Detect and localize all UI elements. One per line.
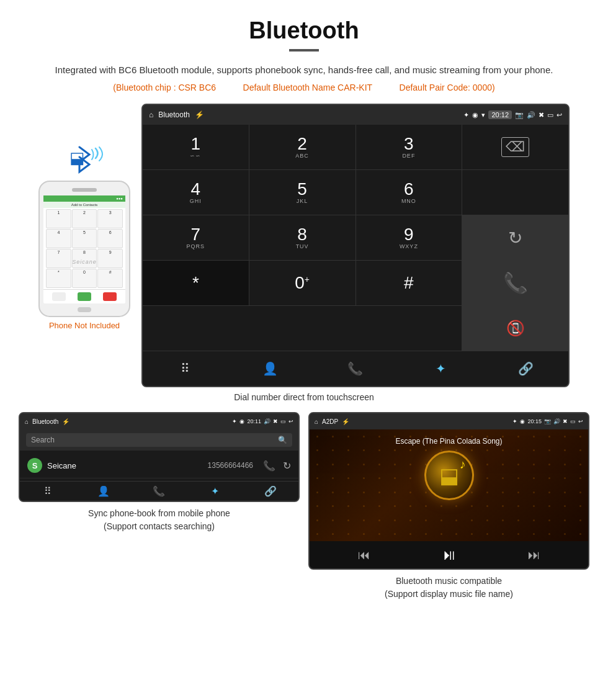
dial-key-5[interactable]: 5JKL <box>249 170 355 215</box>
pb-usb-icon: ⚡ <box>62 418 69 425</box>
mus-close-icon[interactable]: ✖ <box>563 418 568 424</box>
phone-screen: ●●● Add to Contacts 1 2 3 4 5 6 7 8 9 * … <box>43 195 125 303</box>
phone-not-included-label: Phone Not Included <box>49 321 120 330</box>
pb-back-icon[interactable]: ↩ <box>288 418 293 424</box>
statusbar-left: ⌂ Bluetooth ⚡ <box>149 110 204 119</box>
nav-phone-icon[interactable]: 📞 <box>340 356 371 381</box>
dial-call-button[interactable]: 📞 <box>462 261 568 305</box>
dial-keypad-grid: 1∽∽ 2ABC 3DEF ⌫ 4GHI 5JKL 6MNO <box>143 125 568 351</box>
pb-home-icon[interactable]: ⌂ <box>25 418 29 425</box>
dial-key-1[interactable]: 1∽∽ <box>143 125 249 169</box>
camera-icon[interactable]: 📷 <box>515 111 524 119</box>
dial-empty-r2c4 <box>462 170 568 215</box>
dial-key-hash[interactable]: # <box>356 261 462 305</box>
back-icon[interactable]: ↩ <box>557 111 562 119</box>
dial-empty-r5c1 <box>143 306 462 351</box>
pb-close-icon[interactable]: ✖ <box>273 418 278 424</box>
phone-dialpad: 1 2 3 4 5 6 7 8 9 * 0 # <box>43 208 125 289</box>
nav-dialpad-icon[interactable]: ⠿ <box>170 356 201 381</box>
phone-key-5: 5 <box>72 229 97 248</box>
music-song-title: Escape (The Pina Colada Song) <box>395 437 502 446</box>
dial-key-9[interactable]: 9WXYZ <box>356 215 462 260</box>
dial-key-star[interactable]: * <box>143 261 249 305</box>
refresh-icon: ↻ <box>508 228 522 248</box>
pbnav-link-icon[interactable]: 🔗 <box>259 485 282 497</box>
mus-home-icon[interactable]: ⌂ <box>315 418 318 425</box>
dial-key-7[interactable]: 7PQRS <box>143 215 249 260</box>
mus-screen-icon[interactable]: ▭ <box>570 418 576 424</box>
mus-back-icon[interactable]: ↩ <box>578 418 583 424</box>
android-dial-nav: ⠿ 👤 📞 ✦ 🔗 <box>143 351 568 386</box>
search-bar[interactable]: Search 🔍 <box>26 433 292 447</box>
mus-camera-icon[interactable]: 📷 <box>544 418 551 424</box>
dial-key-4[interactable]: 4GHI <box>143 170 249 215</box>
phone-key-7: 7 <box>46 249 71 268</box>
mus-vol-icon[interactable]: 🔊 <box>553 418 560 424</box>
music-block: ⌂ A2DP ⚡ ✦ ◉ 20:15 📷 🔊 ✖ ▭ ↩ <box>308 412 589 601</box>
android-dial-screen: ⌂ Bluetooth ⚡ ✦ ◉ ▾ 20:12 📷 🔊 ✖ ▭ ↩ 1∽∽ <box>141 104 570 387</box>
prev-track-button[interactable]: ⏮ <box>358 548 370 562</box>
music-bt-center-icon: ⬓ <box>439 463 459 488</box>
next-track-button[interactable]: ⏭ <box>528 548 540 562</box>
statusbar-appname: Bluetooth <box>158 110 190 119</box>
phone-key-1: 1 <box>46 209 71 228</box>
dial-backspace[interactable]: ⌫ <box>462 125 568 169</box>
music-album-art: ⬓ ♪ <box>424 451 474 500</box>
wifi-icon: ▾ <box>481 111 485 119</box>
phone-key-4: 4 <box>46 229 71 248</box>
pbnav-phone-icon[interactable]: 📞 <box>148 485 170 497</box>
spec-code: Default Pair Code: 0000) <box>400 83 495 92</box>
phone-bottom-bar <box>43 289 125 303</box>
backspace-icon: ⌫ <box>501 137 529 157</box>
phonebook-screen: ⌂ Bluetooth ⚡ ✦ ◉ 20:11 🔊 ✖ ▭ ↩ Search <box>19 412 300 502</box>
dial-key-0[interactable]: 0+ <box>249 261 355 305</box>
pbnav-bt-icon[interactable]: ✦ <box>203 485 226 497</box>
music-caption: Bluetooth music compatible(Support displ… <box>385 575 513 601</box>
spec-name: Default Bluetooth Name CAR-KIT <box>243 83 373 92</box>
pb-bt-icon: ✦ <box>232 418 237 424</box>
phone-key-0: 0 <box>72 269 97 288</box>
mus-appname: A2DP <box>322 418 338 425</box>
pb-vol-icon[interactable]: 🔊 <box>264 418 270 424</box>
page-description: Integrated with BC6 Bluetooth module, su… <box>37 63 571 78</box>
dial-key-6[interactable]: 6MNO <box>356 170 462 215</box>
phone-key-3: 3 <box>97 209 123 228</box>
close-icon[interactable]: ✖ <box>539 111 544 119</box>
phonebook-caption: Sync phone-book from mobile phone(Suppor… <box>88 507 230 533</box>
phone-key-2: 2 <box>72 209 97 228</box>
bluetooth-waves: ⬓ <box>66 141 103 178</box>
dial-end-call-button[interactable]: 📵 <box>462 306 568 351</box>
home-icon[interactable]: ⌂ <box>149 110 153 119</box>
music-controls: ⏮ ⏯ ⏭ <box>310 541 588 568</box>
usb-icon: ⚡ <box>195 110 204 119</box>
gps-icon: ◉ <box>472 111 478 119</box>
search-placeholder-text: Search <box>31 436 55 444</box>
spec-chip: (Bluetooth chip : CSR BC6 <box>113 83 216 92</box>
pbnav-grid-icon[interactable]: ⠿ <box>37 485 59 497</box>
pbnav-contacts-icon[interactable]: 👤 <box>92 485 115 497</box>
nav-settings-icon[interactable]: 🔗 <box>510 356 541 381</box>
phone-key-star: * <box>46 269 71 288</box>
dial-key-8[interactable]: 8TUV <box>249 215 355 260</box>
dial-refresh[interactable]: ↻ <box>462 215 568 260</box>
nav-contacts-icon[interactable]: 👤 <box>255 356 286 381</box>
contact-item-seicane[interactable]: S Seicane 13566664466 📞 ↻ <box>20 453 298 478</box>
mus-usb-icon: ⚡ <box>342 418 349 425</box>
seicane-watermark: Seicane <box>72 259 97 265</box>
nav-bluetooth-icon[interactable]: ✦ <box>425 356 456 381</box>
bottom-screens: ⌂ Bluetooth ⚡ ✦ ◉ 20:11 🔊 ✖ ▭ ↩ Search <box>0 412 608 601</box>
phone-end-btn <box>103 292 117 301</box>
music-display: // Generate dots inline for(let i=0; i<1… <box>310 429 588 541</box>
end-call-icon: 📵 <box>506 320 525 337</box>
phone-back-btn <box>52 292 66 301</box>
pb-screen-icon[interactable]: ▭ <box>280 418 286 424</box>
phonebook-nav: ⠿ 👤 📞 ✦ 🔗 <box>20 481 298 501</box>
mus-gps-icon: ◉ <box>520 418 525 424</box>
pb-call-icon[interactable]: 📞 <box>263 460 275 472</box>
screen-icon[interactable]: ▭ <box>547 111 553 119</box>
volume-icon[interactable]: 🔊 <box>527 111 535 119</box>
dial-key-3[interactable]: 3DEF <box>356 125 462 169</box>
pb-sync-icon[interactable]: ↻ <box>283 460 291 472</box>
dial-key-2[interactable]: 2ABC <box>249 125 355 169</box>
play-pause-button[interactable]: ⏯ <box>442 546 457 563</box>
